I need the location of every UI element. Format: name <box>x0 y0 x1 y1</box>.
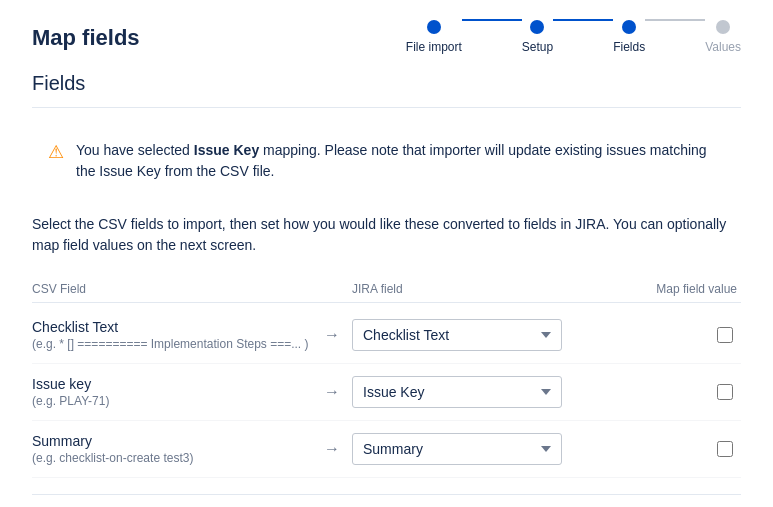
arrow-icon-summary: → <box>312 440 352 458</box>
step-label-file-import: File import <box>406 40 462 56</box>
page-title: Map fields <box>32 25 140 51</box>
table-row: Checklist Text (e.g. * [] ========== Imp… <box>32 307 741 364</box>
header-jira-field: JIRA field <box>352 282 582 296</box>
jira-field-select-summary[interactable]: Checklist Text Issue Key Summary Descrip… <box>352 433 562 465</box>
table-row: Issue key (e.g. PLAY-71) → Checklist Tex… <box>32 364 741 421</box>
map-field-checkbox-checklist[interactable] <box>717 327 733 343</box>
map-field-checkbox-summary[interactable] <box>717 441 733 457</box>
jira-field-select-wrapper-checklist[interactable]: Checklist Text Issue Key Summary Descrip… <box>352 319 582 351</box>
arrow-icon-checklist: → <box>312 326 352 344</box>
jira-field-select-wrapper-issue-key[interactable]: Checklist Text Issue Key Summary Descrip… <box>352 376 582 408</box>
jira-field-select-checklist[interactable]: Checklist Text Issue Key Summary Descrip… <box>352 319 562 351</box>
alert-text: You have selected Issue Key mapping. Ple… <box>76 140 725 182</box>
field-table: CSV Field JIRA field Map field value Che… <box>32 276 741 478</box>
warning-icon: ⚠ <box>48 141 64 163</box>
header-map-field-value: Map field value <box>582 282 741 296</box>
step-label-fields: Fields <box>613 40 645 56</box>
map-field-cell-summary <box>582 441 741 457</box>
csv-field-name-issue-key: Issue key <box>32 376 312 392</box>
csv-field-name-checklist: Checklist Text <box>32 319 312 335</box>
jira-field-select-issue-key[interactable]: Checklist Text Issue Key Summary Descrip… <box>352 376 562 408</box>
step-values: Values <box>705 20 741 56</box>
step-line-3 <box>645 19 705 21</box>
alert-box: ⚠ You have selected Issue Key mapping. P… <box>32 128 741 194</box>
step-setup: Setup <box>522 20 553 56</box>
csv-field-example-checklist: (e.g. * [] ========== Implementation Ste… <box>32 337 312 351</box>
step-label-values: Values <box>705 40 741 56</box>
map-field-checkbox-issue-key[interactable] <box>717 384 733 400</box>
description-text: Select the CSV fields to import, then se… <box>32 214 741 256</box>
step-line-1 <box>462 19 522 21</box>
table-row: Summary (e.g. checklist-on-create test3)… <box>32 421 741 478</box>
step-file-import: File import <box>406 20 462 56</box>
csv-field-example-issue-key: (e.g. PLAY-71) <box>32 394 312 408</box>
csv-field-checklist-text: Checklist Text (e.g. * [] ========== Imp… <box>32 319 312 351</box>
section-divider <box>32 107 741 108</box>
map-field-cell-checklist <box>582 327 741 343</box>
header-arrow-spacer <box>312 282 352 296</box>
stepper: File import Setup Fields Values <box>406 20 741 56</box>
step-circle-fields <box>622 20 636 34</box>
jira-field-select-wrapper-summary[interactable]: Checklist Text Issue Key Summary Descrip… <box>352 433 582 465</box>
csv-field-issue-key: Issue key (e.g. PLAY-71) <box>32 376 312 408</box>
step-circle-setup <box>530 20 544 34</box>
map-field-cell-issue-key <box>582 384 741 400</box>
csv-field-example-summary: (e.g. checklist-on-create test3) <box>32 451 312 465</box>
step-circle-file-import <box>427 20 441 34</box>
section-title: Fields <box>32 72 741 95</box>
step-line-2 <box>553 19 613 21</box>
step-label-setup: Setup <box>522 40 553 56</box>
csv-field-summary: Summary (e.g. checklist-on-create test3) <box>32 433 312 465</box>
table-header: CSV Field JIRA field Map field value <box>32 276 741 303</box>
step-circle-values <box>716 20 730 34</box>
step-fields: Fields <box>613 20 645 56</box>
bottom-divider <box>32 494 741 495</box>
header-csv-field: CSV Field <box>32 282 312 296</box>
arrow-icon-issue-key: → <box>312 383 352 401</box>
csv-field-name-summary: Summary <box>32 433 312 449</box>
